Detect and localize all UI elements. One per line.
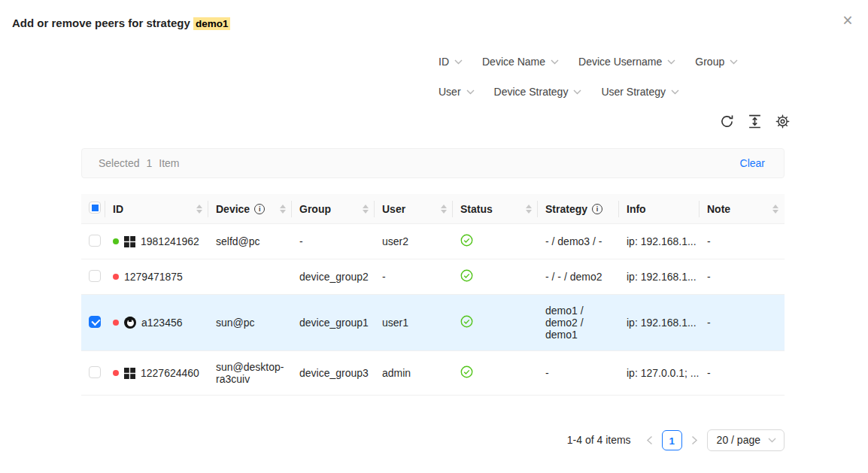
table-row-selected[interactable]: a123456 sun@pc device_group1 user1 demo1… bbox=[81, 295, 785, 351]
cell-device: selfd@pc bbox=[208, 224, 292, 259]
os-circle-icon bbox=[124, 317, 136, 329]
cell-user: admin bbox=[375, 351, 453, 396]
row-checkbox[interactable] bbox=[89, 235, 101, 247]
chevron-down-icon bbox=[671, 89, 679, 95]
offline-dot-icon bbox=[113, 274, 119, 280]
cell-id: 1279471875 bbox=[105, 259, 208, 295]
sort-carets-icon[interactable] bbox=[438, 205, 447, 214]
device-name: sun@desktop-ra3cuiv bbox=[216, 361, 284, 385]
device-name: sun@pc bbox=[216, 317, 255, 329]
pagination-total: 1-4 of 4 items bbox=[567, 434, 631, 446]
refresh-icon[interactable] bbox=[718, 113, 736, 131]
sort-carets-icon[interactable] bbox=[523, 205, 532, 214]
pagination: 1-4 of 4 items 1 20 / page bbox=[81, 429, 785, 451]
cell-strategy: - / demo3 / - bbox=[538, 224, 619, 259]
column-label: Device bbox=[216, 203, 250, 215]
column-label: ID bbox=[113, 203, 123, 215]
info-circle-icon[interactable] bbox=[254, 204, 265, 214]
status-check-icon bbox=[460, 365, 473, 378]
cell-note: - bbox=[700, 224, 785, 259]
cell-info: ip: 192.168.1... bbox=[619, 259, 700, 295]
chevron-down-icon bbox=[768, 438, 776, 443]
page-size-select[interactable]: 20 / page bbox=[707, 429, 785, 451]
chevron-down-icon bbox=[551, 59, 559, 65]
filter-label: User bbox=[439, 86, 461, 98]
filter-user[interactable]: User bbox=[439, 86, 475, 98]
header-note[interactable]: Note bbox=[700, 194, 785, 224]
column-label: Note bbox=[707, 203, 730, 215]
sort-carets-icon[interactable] bbox=[360, 205, 369, 214]
clear-selection-link[interactable]: Clear bbox=[740, 157, 765, 169]
status-check-icon bbox=[460, 269, 473, 282]
sort-carets-icon[interactable] bbox=[277, 205, 286, 214]
header-user[interactable]: User bbox=[375, 194, 453, 224]
cell-device: sun@pc bbox=[208, 295, 292, 351]
sort-carets-icon[interactable] bbox=[193, 205, 202, 214]
filter-id[interactable]: ID bbox=[439, 56, 463, 68]
column-label: Status bbox=[460, 203, 493, 215]
online-dot-icon bbox=[113, 238, 119, 244]
cell-note: - bbox=[700, 351, 785, 396]
cell-note: - bbox=[700, 295, 785, 351]
windows-os-icon bbox=[124, 368, 135, 379]
cell-note: - bbox=[700, 259, 785, 295]
selected-label: Selected bbox=[99, 157, 139, 169]
filter-device-username[interactable]: Device Username bbox=[578, 56, 675, 68]
filter-device-strategy[interactable]: Device Strategy bbox=[494, 86, 582, 98]
next-page-icon[interactable] bbox=[690, 435, 700, 445]
row-checkbox[interactable] bbox=[89, 366, 101, 378]
header-group[interactable]: Group bbox=[292, 194, 375, 224]
cell-group: - bbox=[292, 224, 375, 259]
header-strategy: Strategy bbox=[538, 194, 619, 224]
header-status[interactable]: Status bbox=[453, 194, 538, 224]
table-row[interactable]: 1981241962 selfd@pc - user2 - / demo3 / … bbox=[81, 224, 785, 259]
cell-status bbox=[453, 224, 538, 259]
peer-id: 1981241962 bbox=[141, 235, 199, 247]
item-label: Item bbox=[159, 157, 179, 169]
chevron-down-icon bbox=[667, 59, 675, 65]
cell-user: - bbox=[375, 259, 453, 295]
filter-label: User Strategy bbox=[601, 86, 666, 98]
filter-device-name[interactable]: Device Name bbox=[482, 56, 559, 68]
sort-carets-icon[interactable] bbox=[769, 205, 778, 214]
row-checkbox[interactable] bbox=[89, 270, 101, 282]
filter-label: Device Strategy bbox=[494, 86, 569, 98]
offline-dot-icon bbox=[113, 370, 119, 376]
prev-page-icon[interactable] bbox=[645, 435, 654, 445]
status-check-icon bbox=[460, 234, 473, 247]
cell-user: user1 bbox=[375, 295, 453, 351]
header-id[interactable]: ID bbox=[105, 194, 208, 224]
cell-select bbox=[81, 224, 105, 259]
table-row[interactable]: 1279471875 device_group2 - - / - / demo2… bbox=[81, 259, 785, 295]
title-text: Add or remove peers for strategy bbox=[12, 17, 190, 29]
cell-select bbox=[81, 351, 105, 396]
cell-strategy: - / - / demo2 bbox=[538, 259, 619, 295]
chevron-down-icon bbox=[573, 89, 581, 95]
cell-group: device_group2 bbox=[292, 259, 375, 295]
header-device[interactable]: Device bbox=[208, 194, 292, 224]
filter-user-strategy[interactable]: User Strategy bbox=[601, 86, 679, 98]
page-number-button[interactable]: 1 bbox=[662, 430, 682, 450]
settings-gear-icon[interactable] bbox=[773, 113, 791, 131]
filter-label: Device Username bbox=[578, 56, 662, 68]
cell-status bbox=[453, 351, 538, 396]
close-icon[interactable]: × bbox=[836, 9, 859, 32]
selected-count: 1 bbox=[146, 157, 152, 169]
cell-info: ip: 192.168.1... bbox=[619, 295, 700, 351]
windows-os-icon bbox=[124, 236, 135, 247]
column-height-icon[interactable] bbox=[745, 113, 763, 131]
filter-group[interactable]: Group bbox=[695, 56, 738, 68]
select-all-checkbox[interactable] bbox=[89, 202, 101, 214]
peer-id: 1227624460 bbox=[141, 367, 199, 379]
filter-label: Group bbox=[695, 56, 724, 68]
info-circle-icon[interactable] bbox=[592, 204, 602, 214]
filter-bar: ID Device Name Device Username Group Use… bbox=[439, 47, 754, 107]
row-checkbox[interactable] bbox=[89, 316, 101, 328]
header-select-all bbox=[81, 194, 105, 224]
strategy-name-highlight: demo1 bbox=[193, 17, 231, 30]
table-row[interactable]: 1227624460 sun@desktop-ra3cuiv device_gr… bbox=[81, 351, 785, 396]
cell-device bbox=[208, 259, 292, 295]
cell-id: 1227624460 bbox=[105, 351, 208, 396]
cell-user: user2 bbox=[375, 224, 453, 259]
filter-row-1: ID Device Name Device Username Group bbox=[439, 47, 754, 77]
